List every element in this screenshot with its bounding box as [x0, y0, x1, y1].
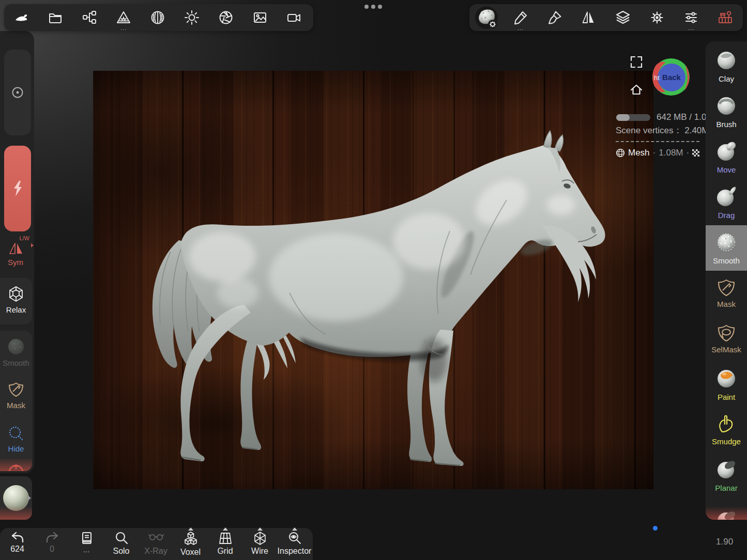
nomad-logo-button[interactable] — [4, 4, 38, 31]
mask-tool-left[interactable]: Mask — [0, 374, 32, 417]
background-button[interactable] — [243, 4, 277, 31]
drag-sphere-icon — [714, 185, 738, 209]
paint-sphere-icon — [714, 367, 738, 391]
tool-smooth-selected[interactable]: Smooth — [706, 225, 747, 271]
active-tool-button[interactable] — [469, 4, 504, 31]
topology-button[interactable]: ... — [106, 4, 141, 31]
relax-tool[interactable]: Relax — [0, 278, 32, 324]
material-panel[interactable] — [0, 476, 32, 520]
grid-button[interactable]: Grid — [208, 528, 242, 560]
relax-label: Relax — [6, 305, 26, 314]
tool-move[interactable]: Move — [706, 134, 747, 180]
perspective-grid-icon — [218, 531, 233, 546]
tool-clay-label: Clay — [719, 74, 734, 83]
stroke-ellipsis: ... — [504, 25, 538, 30]
folder-icon — [48, 10, 63, 25]
clay-sphere-icon — [714, 49, 738, 73]
matcap-sphere-icon[interactable] — [3, 485, 29, 511]
tool-selmask[interactable]: SelMask — [706, 316, 747, 362]
horse-model[interactable] — [93, 71, 653, 489]
history-button[interactable]: ... — [69, 528, 104, 560]
fullscreen-icon[interactable] — [630, 55, 643, 69]
files-button[interactable] — [38, 4, 72, 31]
history-book-icon — [80, 531, 94, 546]
tool-mask[interactable]: Mask — [706, 271, 747, 316]
magnifier-icon — [114, 531, 129, 546]
gizmo-right-label-clipped: ht — [654, 74, 660, 82]
stroke-button[interactable]: ... — [504, 4, 538, 31]
camera-button[interactable] — [277, 4, 311, 31]
notification-dot — [653, 526, 658, 531]
video-camera-icon — [286, 10, 302, 25]
layers-button[interactable] — [606, 4, 640, 31]
interface-button[interactable]: ... — [674, 4, 708, 31]
layers-stack-icon — [615, 10, 631, 25]
app-stage: Back ht 642 MB / 1.07 G Scene vertices： … — [0, 0, 747, 560]
settings-button[interactable] — [640, 4, 674, 31]
tool-planar[interactable]: Planar — [706, 453, 747, 498]
lw-label: L/W — [19, 235, 29, 241]
postprocess-button[interactable] — [209, 4, 243, 31]
multitask-dots-icon[interactable] — [364, 5, 382, 9]
sym-triangles-icon — [8, 242, 25, 255]
mesh-vertex-count: 1.08M — [659, 148, 683, 158]
painting-button[interactable] — [538, 4, 572, 31]
redo-button[interactable]: 0 — [35, 528, 69, 560]
mesh-label: Mesh — [628, 148, 650, 158]
mesh-info-row[interactable]: Mesh · 1.08M · — [616, 148, 700, 158]
tool-clay[interactable]: Clay — [706, 43, 747, 89]
topology-pyramid-icon — [116, 10, 131, 25]
symmetry-button[interactable] — [572, 4, 606, 31]
interface-ellipsis: ... — [674, 25, 708, 30]
stats-separator — [616, 141, 699, 142]
inspector-button[interactable]: Inspector — [277, 528, 312, 560]
tool-flatten-partial[interactable] — [706, 498, 747, 520]
glasses-icon — [148, 531, 164, 546]
voxel-button[interactable]: Voxel — [173, 528, 208, 560]
sculpt-viewport[interactable] — [93, 71, 653, 489]
expand-arrow-icon[interactable] — [28, 495, 31, 501]
orientation-gizmo[interactable]: Back ht — [651, 57, 691, 97]
wire-caret-icon[interactable] — [257, 527, 263, 531]
gizmo-ring-partial-icon — [7, 461, 25, 471]
tool-brush[interactable]: Brush — [706, 89, 747, 134]
brush-sphere-icon — [714, 95, 738, 118]
undo-button[interactable]: 624 — [0, 528, 35, 560]
tool-smudge[interactable]: Smudge — [706, 407, 747, 453]
undo-arrow-icon — [10, 531, 25, 543]
solo-button[interactable]: Solo — [104, 528, 139, 560]
wire-button[interactable]: Wire — [242, 528, 277, 560]
toolbox-button[interactable] — [708, 4, 742, 31]
voxel-caret-icon[interactable] — [188, 527, 193, 531]
material-button[interactable] — [141, 4, 175, 31]
smooth-tool-left[interactable]: Smooth — [0, 331, 32, 374]
lw-arrow-icon[interactable] — [31, 243, 34, 247]
wireframe-sphere-icon — [616, 148, 625, 158]
material-sphere-icon — [150, 10, 165, 25]
lighting-button[interactable] — [175, 4, 209, 31]
shield-brush-icon — [716, 278, 736, 298]
radius-dot-circle-icon — [11, 86, 24, 99]
home-icon[interactable] — [629, 83, 644, 97]
tool-drag[interactable]: Drag — [706, 180, 747, 225]
inspector-caret-icon[interactable] — [292, 527, 297, 531]
smooth-left-label: Smooth — [3, 359, 29, 367]
scene-button[interactable] — [72, 4, 106, 31]
gizmo-back-label[interactable]: Back — [662, 73, 681, 82]
scene-graph-icon — [82, 10, 97, 25]
tool-paint[interactable]: Paint — [706, 362, 747, 407]
top-left-toolbar: ... — [4, 4, 313, 31]
tool-brush-label: Brush — [716, 120, 736, 129]
xray-button[interactable]: X-Ray — [139, 528, 173, 560]
gizmo-tool-partial[interactable] — [0, 461, 32, 471]
planar-sphere-icon — [714, 458, 738, 482]
scene-vertices-text: Scene vertices： 2.40M — [616, 125, 709, 136]
active-tool-sphere-gear-icon — [473, 4, 500, 31]
intensity-slider[interactable] — [4, 146, 31, 231]
radius-slider[interactable] — [4, 50, 31, 135]
grid-caret-icon[interactable] — [223, 527, 228, 531]
sym-label: Sym — [0, 258, 31, 267]
hide-tool[interactable]: Hide — [0, 417, 32, 461]
symmetry-triangles-icon — [581, 10, 597, 25]
smooth-sphere-dim-icon — [7, 337, 25, 356]
